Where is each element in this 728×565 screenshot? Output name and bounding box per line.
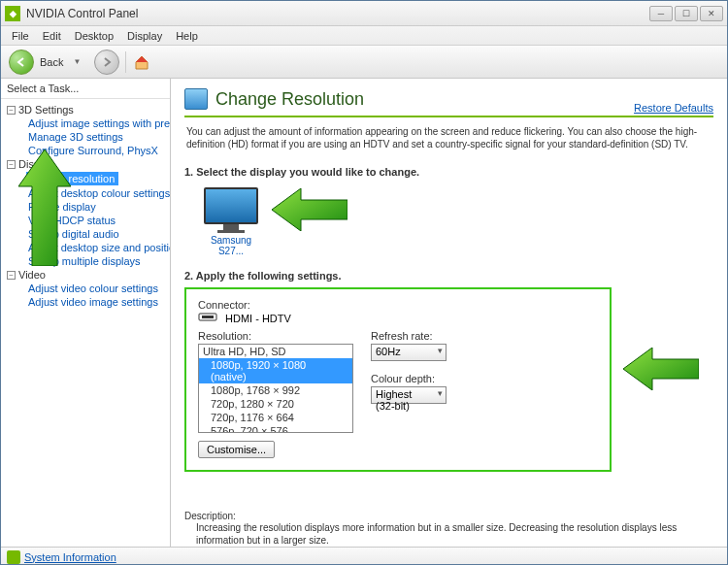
back-dropdown-icon[interactable]: ▼ [73,57,81,66]
colour-depth-select[interactable]: Highest (32-bit) [371,386,447,404]
page-title: Change Resolution [215,89,364,110]
collapse-icon[interactable]: − [7,160,16,169]
sidebar-header: Select a Task... [1,79,170,99]
resolution-label: Resolution: [198,330,353,342]
resolution-option[interactable]: 1080p, 1920 × 1080 (native) [199,358,352,383]
window-title: NVIDIA Control Panel [26,7,649,20]
system-information-link[interactable]: System Information [24,551,116,563]
page-description: You can adjust the amount of information… [184,121,713,160]
menu-display[interactable]: Display [120,30,169,42]
tree-item-change-resolution[interactable]: Change resolution [26,172,118,185]
tree-item-manage-3d[interactable]: Manage 3D settings [1,130,170,144]
toolbar: Back ▼ [1,46,727,79]
resolution-listbox[interactable]: Ultra HD, HD, SD 1080p, 1920 × 1080 (nat… [198,344,353,433]
forward-button[interactable] [94,50,119,75]
resolution-group-header: Ultra HD, HD, SD [199,345,352,358]
refresh-label: Refresh rate: [371,330,447,342]
menu-file[interactable]: File [5,30,36,42]
titlebar: ◆ NVIDIA Control Panel ─ ☐ ✕ [1,1,727,26]
depth-label: Colour depth: [371,373,447,384]
tree-item-size-position[interactable]: Adjust desktop size and position [1,241,170,254]
resolution-option[interactable]: 576p, 720 × 576 [199,424,352,433]
resolution-option[interactable]: 1080p, 1768 × 992 [199,383,352,397]
description-label: Description: [184,511,713,521]
step1-label: 1. Select the display you would like to … [184,166,713,178]
tree-group-display[interactable]: − Display [1,157,170,171]
nvidia-icon: ◆ [5,6,20,21]
minimize-button[interactable]: ─ [649,6,673,21]
back-button[interactable] [9,50,34,75]
tree-group-video[interactable]: − Video [1,268,170,282]
menu-desktop[interactable]: Desktop [68,30,120,42]
svg-rect-1 [202,316,214,318]
tree-item-hdcp[interactable]: View HDCP status [1,214,170,227]
page-icon [184,88,208,110]
display-picker: Samsung S27... [184,183,713,264]
step2-label: 2. Apply the following settings. [184,270,713,282]
resolution-option[interactable]: 720p, 1176 × 664 [199,411,352,424]
tree-item-desktop-colour[interactable]: Adjust desktop colour settings [1,186,170,200]
back-label: Back [40,56,63,68]
tree-item-surround[interactable]: Configure Surround, PhysX [1,144,170,157]
collapse-icon[interactable]: − [7,271,16,280]
menubar: File Edit Desktop Display Help [1,26,727,46]
tree-item-adjust-image[interactable]: Adjust image settings with preview [1,116,170,130]
page-header: Change Resolution Restore Defaults [184,88,713,117]
monitor-label: Samsung S27... [204,235,258,256]
refresh-rate-select[interactable]: 60Hz [371,344,447,361]
tree-group-3d[interactable]: − 3D Settings [1,103,170,116]
maximize-button[interactable]: ☐ [675,6,698,21]
tree-item-video-image[interactable]: Adjust video image settings [1,295,170,309]
monitor-thumbnail[interactable]: Samsung S27... [204,187,258,256]
settings-panel: Connector: HDMI - HDTV Resolution: Ultra… [184,287,612,472]
monitor-screen-icon [204,187,258,224]
tree-item-rotate[interactable]: Rotate display [1,200,170,214]
statusbar: System Information [1,547,727,565]
annotation-arrow-left-icon [272,188,347,231]
content-area: Change Resolution Restore Defaults You c… [171,79,727,547]
tree-item-video-colour[interactable]: Adjust video colour settings [1,282,170,295]
home-icon[interactable] [132,52,151,72]
menu-edit[interactable]: Edit [36,30,68,42]
sidebar: Select a Task... − 3D Settings Adjust im… [1,79,171,547]
connector-label: Connector: [198,299,598,311]
customise-button[interactable]: Customise... [198,441,275,458]
nvidia-status-icon [7,550,20,564]
description-text: Increasing the resolution displays more … [184,521,713,547]
hdmi-icon [198,313,217,324]
menu-help[interactable]: Help [169,30,205,42]
restore-defaults-link[interactable]: Restore Defaults [634,102,713,114]
annotation-arrow-left-icon [623,348,699,390]
task-tree: − 3D Settings Adjust image settings with… [1,99,170,547]
connector-value: HDMI - HDTV [225,313,291,324]
toolbar-separator [125,51,126,73]
description-block: Description: Increasing the resolution d… [184,511,713,547]
resolution-option[interactable]: 720p, 1280 × 720 [199,397,352,411]
tree-item-audio[interactable]: Set up digital audio [1,227,170,241]
collapse-icon[interactable]: − [7,106,16,115]
close-button[interactable]: ✕ [700,6,723,21]
tree-item-multiple[interactable]: Set up multiple displays [1,254,170,268]
